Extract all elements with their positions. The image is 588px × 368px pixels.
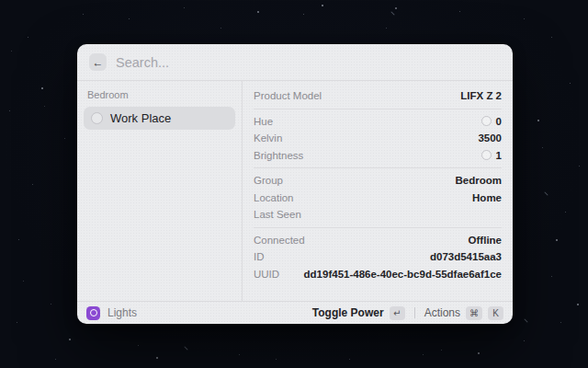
detail-row-id: ID d073d5415aa3	[254, 248, 502, 266]
detail-value: d073d5415aa3	[430, 251, 502, 262]
extension-name: Lights	[107, 306, 137, 319]
hue-swatch-icon	[481, 116, 492, 126]
device-list-panel: Bedroom Work Place	[77, 81, 243, 301]
detail-section-color: Hue 0 Kelvin 3500 Brightness	[254, 109, 502, 168]
hue-value: 0	[496, 116, 502, 127]
detail-value: dd19f451-486e-40ec-bc9d-55dfae6af1ce	[304, 269, 502, 280]
detail-value: 1	[481, 150, 502, 161]
detail-label: Product Model	[254, 90, 322, 101]
light-color-circle-icon	[91, 112, 103, 124]
action-shortcuts: Toggle Power ↵ Actions ⌘ K	[312, 306, 503, 320]
detail-value: Home	[472, 192, 502, 203]
brightness-swatch-icon	[481, 150, 492, 160]
cmd-key-icon: ⌘	[466, 306, 482, 320]
detail-row-location: Location Home	[254, 190, 502, 207]
detail-label: Kelvin	[254, 132, 282, 144]
detail-label: Brightness	[254, 150, 303, 161]
detail-label: ID	[254, 251, 265, 262]
toggle-power-action[interactable]: Toggle Power	[312, 306, 384, 319]
detail-section-connection: Connected Offline ID d073d5415aa3 UUID d…	[254, 227, 502, 287]
star-streak	[184, 346, 187, 350]
detail-label: Location	[254, 192, 293, 203]
footer-divider	[414, 307, 415, 318]
action-bar: Lights Toggle Power ↵ Actions ⌘ K	[77, 301, 513, 324]
detail-section-place: Group Bedroom Location Home Last Seen	[254, 167, 502, 227]
back-button[interactable]: ←	[89, 53, 107, 71]
content-area: Bedroom Work Place Product Model LIFX Z …	[77, 81, 513, 301]
starfield-layer-bright	[0, 0, 2, 2]
group-section-title: Bedroom	[87, 89, 232, 100]
bulb-ring-glyph	[90, 309, 97, 316]
detail-section-model: Product Model LIFX Z 2	[254, 84, 502, 109]
detail-value: 0	[481, 116, 502, 127]
detail-row-product-model: Product Model LIFX Z 2	[254, 87, 502, 105]
detail-row-connected: Connected Offline	[254, 232, 502, 249]
detail-value: 3500	[478, 132, 502, 144]
star-streak	[390, 11, 394, 15]
extension-identity: Lights	[86, 306, 137, 320]
detail-value: LIFX Z 2	[460, 90, 502, 101]
lights-app-icon	[86, 306, 100, 320]
enter-key-icon: ↵	[390, 306, 405, 320]
detail-value: Offline	[469, 235, 502, 246]
detail-value: Bedroom	[456, 175, 502, 186]
star-streak	[544, 191, 548, 195]
list-item-work-place[interactable]: Work Place	[84, 107, 235, 130]
k-key-icon: K	[488, 306, 503, 320]
detail-row-last-seen: Last Seen	[254, 206, 502, 224]
detail-row-hue: Hue 0	[254, 113, 502, 131]
search-input[interactable]	[116, 55, 501, 70]
detail-label: Hue	[254, 116, 273, 127]
detail-label: UUID	[254, 269, 279, 280]
detail-row-brightness: Brightness 1	[254, 147, 502, 165]
detail-row-uuid: UUID dd19f451-486e-40ec-bc9d-55dfae6af1c…	[254, 266, 502, 283]
brightness-value: 1	[496, 150, 502, 161]
detail-row-group: Group Bedroom	[254, 172, 502, 190]
desktop-background: ← Bedroom Work Place Product Model LIFX …	[0, 0, 588, 368]
search-header: ←	[77, 44, 513, 81]
detail-row-kelvin: Kelvin 3500	[254, 130, 502, 147]
back-arrow-icon: ←	[93, 57, 104, 68]
launcher-window: ← Bedroom Work Place Product Model LIFX …	[77, 44, 513, 324]
list-item-label: Work Place	[110, 111, 171, 125]
star-streak	[524, 318, 527, 322]
detail-label: Last Seen	[254, 209, 301, 220]
actions-menu-button[interactable]: Actions	[424, 306, 460, 319]
device-detail-panel: Product Model LIFX Z 2 Hue 0 Kelvin	[243, 81, 513, 301]
detail-label: Connected	[254, 235, 305, 246]
detail-label: Group	[254, 175, 283, 186]
